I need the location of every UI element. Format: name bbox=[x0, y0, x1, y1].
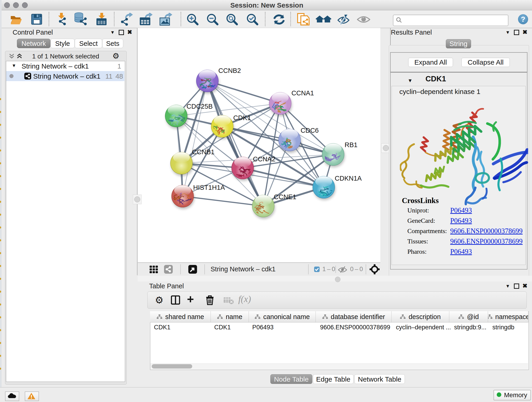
svg-text:HIST1H1A: HIST1H1A bbox=[193, 184, 225, 191]
svg-text:CCNB1: CCNB1 bbox=[192, 148, 215, 156]
svg-text:CDKN1A: CDKN1A bbox=[335, 175, 362, 182]
svg-text:RB1: RB1 bbox=[345, 141, 357, 148]
svg-text:CDK1: CDK1 bbox=[233, 114, 251, 121]
svg-text:CDC6: CDC6 bbox=[301, 127, 319, 134]
svg-text:CCNA2: CCNA2 bbox=[253, 155, 275, 163]
svg-text:CCNB2: CCNB2 bbox=[218, 67, 241, 74]
svg-text:CDC25B: CDC25B bbox=[186, 103, 213, 110]
svg-text:CCNA1: CCNA1 bbox=[291, 89, 314, 97]
svg-text:CCNE1: CCNE1 bbox=[274, 193, 296, 201]
